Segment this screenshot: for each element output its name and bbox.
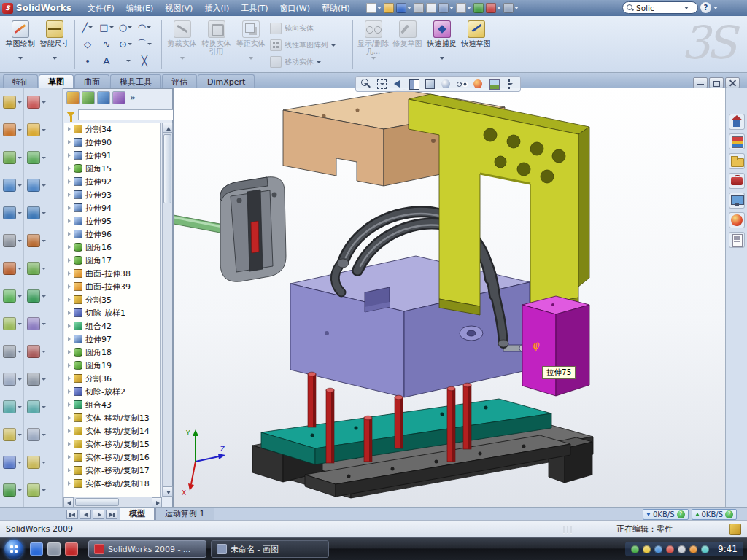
expand-arrow-icon[interactable] [68, 284, 71, 289]
tree-item[interactable]: 圆角17 [64, 254, 160, 267]
dropdown-arrow-icon[interactable] [126, 60, 131, 62]
start-button[interactable] [4, 540, 23, 559]
tree-item[interactable]: 切除-放样2 [64, 385, 160, 398]
previous-view-icon[interactable] [390, 77, 406, 90]
expand-arrow-icon[interactable] [68, 153, 71, 158]
extruded-boss-icon[interactable] [0, 88, 23, 116]
line-tool[interactable]: ╱ [78, 19, 97, 36]
part-cam-insert[interactable] [220, 177, 286, 282]
tree-item[interactable]: 组合43 [64, 398, 160, 411]
dropdown-arrow-icon[interactable] [440, 57, 444, 60]
construction-line-tool[interactable]: ╳ [135, 52, 154, 69]
flyout-arrow-icon[interactable] [42, 295, 46, 298]
tree-item[interactable]: 拉伸91 [64, 149, 160, 162]
rebuild-icon[interactable] [473, 3, 484, 13]
dropdown-arrow-icon[interactable] [444, 83, 449, 85]
taskbar-solidworks-button[interactable]: SolidWorks 2009 - ... [88, 540, 206, 558]
expand-arrow-icon[interactable] [68, 219, 71, 223]
circle-flyout-icon[interactable] [24, 199, 62, 227]
scroll-thumb[interactable] [163, 134, 171, 203]
flyout-arrow-icon[interactable] [18, 406, 22, 408]
flyout-arrow-icon[interactable] [42, 406, 46, 408]
swept-boss-icon[interactable] [0, 144, 23, 171]
dropdown-arrow-icon[interactable] [467, 7, 471, 9]
flyout-arrow-icon[interactable] [18, 489, 22, 491]
dropdown-arrow-icon[interactable] [249, 57, 253, 60]
expand-arrow-icon[interactable] [68, 468, 71, 472]
flyout-arrow-icon[interactable] [42, 489, 46, 491]
next-tab-button[interactable] [93, 510, 104, 519]
view-palette-icon[interactable] [729, 192, 745, 209]
tree-item[interactable]: 拉伸95 [64, 214, 160, 228]
dropdown-arrow-icon[interactable] [449, 7, 454, 9]
speed-badge[interactable]: 0KB/S [643, 509, 689, 520]
draft-icon[interactable] [0, 393, 23, 421]
dropdown-arrow-icon[interactable] [180, 57, 185, 60]
offset-flyout-icon[interactable] [24, 393, 62, 421]
propertymanager-tab-icon[interactable] [82, 91, 95, 104]
zoom-area-icon[interactable] [374, 77, 390, 90]
dropdown-arrow-icon[interactable] [497, 7, 501, 9]
close-icon[interactable] [725, 77, 740, 88]
part-guide-rod[interactable] [174, 215, 228, 234]
convert-entities-button[interactable]: 转换实体引用 [199, 18, 233, 71]
scroll-left-icon[interactable] [63, 497, 74, 508]
tree-item[interactable]: 组合42 [64, 319, 160, 332]
expand-arrow-icon[interactable] [68, 232, 71, 236]
tree-item[interactable]: 拉伸97 [64, 332, 160, 346]
expand-arrow-icon[interactable] [68, 416, 71, 420]
expand-arrow-icon[interactable] [68, 402, 71, 407]
custom-properties-icon[interactable] [729, 232, 745, 248]
help-bubble-icon[interactable] [677, 510, 685, 518]
dropdown-arrow-icon[interactable] [514, 7, 519, 9]
tray-message-icon[interactable] [666, 545, 674, 553]
flyout-arrow-icon[interactable] [42, 101, 46, 104]
tab-sketch[interactable]: 草图 [39, 74, 74, 88]
tab-surfaces[interactable]: 曲面 [74, 74, 109, 88]
flyout-arrow-icon[interactable] [42, 184, 46, 187]
expand-arrow-icon[interactable] [68, 140, 71, 144]
tray-network-icon[interactable] [654, 545, 662, 553]
flyout-arrow-icon[interactable] [42, 212, 46, 214]
flyout-arrow-icon[interactable] [18, 184, 22, 187]
tab-motion-study-1[interactable]: 运动算例 1 [155, 508, 214, 521]
expand-arrow-icon[interactable] [68, 337, 71, 341]
menu-help[interactable]: 帮助(H) [316, 1, 356, 16]
tree-item[interactable]: 实体-移动/复制15 [64, 438, 160, 451]
tree-item[interactable]: 分割35 [64, 293, 160, 306]
convert-flyout-icon[interactable] [24, 365, 62, 393]
sketch-button[interactable]: 草图绘制 [3, 18, 37, 71]
scroll-up-icon[interactable] [163, 122, 173, 133]
point-tool[interactable]: ∙ [78, 52, 97, 69]
tree-item[interactable]: 圆角16 [64, 241, 160, 254]
tab-model[interactable]: 模型 [120, 508, 155, 521]
help-bubble-icon[interactable] [725, 510, 733, 518]
dropdown-arrow-icon[interactable] [492, 83, 497, 85]
tree-item[interactable]: 圆角18 [64, 346, 160, 359]
taskbar-paint-button[interactable]: 未命名 - 画图 [211, 540, 329, 558]
expand-arrow-icon[interactable] [68, 245, 71, 249]
flyout-arrow-icon[interactable] [18, 240, 22, 242]
flyout-arrow-icon[interactable] [18, 212, 22, 214]
repair-sketch-button[interactable]: 修复草图 [390, 18, 425, 71]
flyout-arrow-icon[interactable] [18, 157, 22, 159]
tree-item[interactable]: 分割36 [64, 372, 160, 385]
flyout-arrow-icon[interactable] [18, 268, 22, 270]
tree-item[interactable]: 实体-移动/复制14 [64, 424, 160, 438]
pattern-flyout-icon[interactable] [24, 448, 62, 476]
appearances-icon[interactable] [729, 212, 745, 228]
restore-button[interactable] [709, 77, 724, 88]
help-dropdown-icon[interactable] [713, 7, 718, 9]
mirror-flyout-icon[interactable] [24, 421, 62, 448]
home-icon[interactable] [729, 114, 745, 130]
expand-arrow-icon[interactable] [68, 363, 71, 368]
reference-geometry-icon[interactable] [0, 448, 23, 476]
dropdown-arrow-icon[interactable] [508, 83, 513, 85]
tray-ime-icon[interactable] [689, 545, 697, 553]
dropdown-arrow-icon[interactable] [109, 26, 114, 28]
options-icon[interactable] [503, 3, 519, 13]
mirror-icon[interactable] [0, 365, 23, 393]
lofted-boss-icon[interactable] [0, 171, 23, 199]
smart-dimension-button[interactable]: 智能尺寸 [37, 18, 71, 71]
search-box[interactable] [622, 1, 698, 14]
